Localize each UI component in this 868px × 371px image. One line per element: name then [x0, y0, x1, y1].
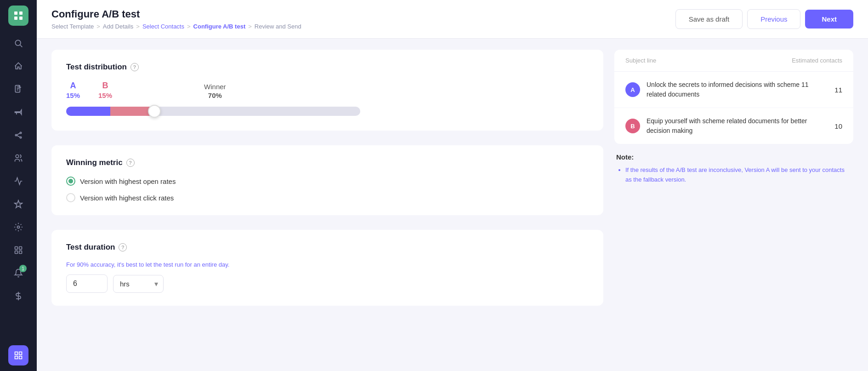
svg-point-4 [15, 40, 21, 46]
right-panel: Subject line Estimated contacts A Unlock… [614, 50, 853, 360]
notification-badge: 1 [19, 265, 27, 272]
duration-unit-select[interactable]: hrs days [113, 275, 164, 293]
col-subject-label: Subject line [625, 57, 656, 64]
subject-badge-a: A [625, 82, 640, 97]
test-duration-card: Test duration ? For 90% accuracy, it's b… [51, 230, 603, 306]
distribution-slider[interactable] [66, 105, 589, 118]
radio-click-rates[interactable] [66, 193, 75, 202]
logo [8, 6, 28, 26]
megaphone-icon[interactable] [8, 102, 28, 122]
winning-metric-help-icon[interactable]: ? [126, 159, 135, 167]
dist-winner-label: Winner [204, 83, 226, 91]
breadcrumb-sep-4: > [248, 23, 252, 30]
test-duration-title: Test duration ? [66, 243, 589, 252]
breadcrumb-configure-ab[interactable]: Configure A/B test [193, 23, 246, 30]
subject-row-a: A Unlock the secrets to informed decisio… [614, 72, 853, 108]
subject-table-header: Subject line Estimated contacts [614, 50, 853, 72]
test-distribution-help-icon[interactable]: ? [130, 63, 139, 71]
header: Configure A/B test Select Template > Add… [37, 0, 868, 39]
svg-line-10 [17, 133, 20, 135]
subject-badge-b: B [625, 119, 640, 133]
radio-inner-checked [68, 179, 73, 183]
svg-rect-1 [19, 11, 23, 15]
notification-icon[interactable]: 1 [8, 263, 28, 283]
svg-rect-3 [19, 17, 23, 20]
test-duration-help-icon[interactable]: ? [119, 243, 127, 251]
chart-icon[interactable] [8, 171, 28, 191]
dist-letter-a: A [70, 81, 76, 91]
breadcrumb-select-contacts[interactable]: Select Contacts [142, 23, 184, 30]
main-content: Configure A/B test Select Template > Add… [37, 0, 868, 371]
distribution-labels: A 15% B 15% Winner 70% [66, 81, 589, 99]
breadcrumb-sep-3: > [187, 23, 191, 30]
note-list: If the results of the A/B test are incon… [616, 166, 851, 185]
dist-group-a: A 15% [66, 81, 80, 99]
svg-point-8 [20, 132, 21, 133]
subject-row-b: B Equip yourself with scheme related doc… [614, 108, 853, 144]
settings-icon[interactable] [8, 217, 28, 237]
svg-rect-0 [14, 11, 17, 15]
previous-button[interactable]: Previous [747, 9, 800, 29]
winning-metric-options: Version with highest open rates Version … [66, 177, 589, 202]
svg-rect-15 [19, 247, 22, 250]
page-title: Configure A/B test [51, 8, 301, 20]
search-icon[interactable] [8, 33, 28, 53]
note-box: Note: If the results of the A/B test are… [614, 153, 853, 185]
breadcrumb: Select Template > Add Details > Select C… [51, 23, 301, 30]
winning-metric-card: Winning metric ? Version with highest op… [51, 145, 603, 215]
svg-point-9 [20, 137, 21, 138]
col-contacts-label: Estimated contacts [792, 57, 842, 64]
subject-text-b: Equip yourself with scheme related docum… [647, 116, 828, 136]
note-item-0: If the results of the A/B test are incon… [625, 166, 851, 185]
svg-point-12 [16, 155, 19, 158]
dist-group-b: B 15% [98, 81, 112, 99]
home-icon[interactable] [8, 56, 28, 76]
duration-hint: For 90% accuracy, it's best to let the t… [66, 261, 589, 268]
duration-number-input[interactable] [66, 274, 108, 293]
slider-track [66, 107, 360, 116]
share-icon[interactable] [8, 125, 28, 145]
svg-rect-17 [19, 251, 22, 254]
subject-count-a: 11 [834, 86, 842, 94]
winning-metric-title: Winning metric ? [66, 158, 589, 167]
test-distribution-card: Test distribution ? A 15% B 15% Winner 7… [51, 50, 603, 131]
breadcrumb-select-template[interactable]: Select Template [51, 23, 94, 30]
header-left: Configure A/B test Select Template > Add… [51, 8, 301, 30]
svg-rect-19 [15, 352, 18, 355]
users-icon[interactable] [8, 148, 28, 168]
option-click-rates[interactable]: Version with highest click rates [66, 193, 589, 202]
subject-count-b: 10 [834, 122, 842, 130]
grid-icon[interactable] [8, 345, 28, 365]
svg-rect-22 [19, 356, 22, 359]
dist-letter-b: B [102, 81, 108, 91]
subject-table: Subject line Estimated contacts A Unlock… [614, 50, 853, 144]
duration-inputs: hrs days ▾ [66, 274, 589, 293]
subject-text-a: Unlock the secrets to informed decisions… [647, 80, 828, 99]
content-area: Test distribution ? A 15% B 15% Winner 7… [37, 39, 868, 371]
dollar-icon[interactable] [8, 286, 28, 306]
option-open-rates[interactable]: Version with highest open rates [66, 177, 589, 186]
header-actions: Save as draft Previous Next [675, 9, 853, 29]
svg-rect-2 [14, 17, 17, 20]
dist-pct-b: 15% [98, 91, 112, 99]
dist-pct-a: 15% [66, 91, 80, 99]
dist-winner-pct: 70% [208, 91, 222, 99]
svg-rect-20 [19, 352, 22, 355]
breadcrumb-review-send[interactable]: Review and Send [255, 23, 301, 30]
document-icon[interactable] [8, 79, 28, 99]
breadcrumb-sep-2: > [136, 23, 140, 30]
radio-open-rates[interactable] [66, 177, 75, 186]
svg-line-5 [20, 45, 23, 47]
breadcrumb-add-details[interactable]: Add Details [103, 23, 133, 30]
save-draft-button[interactable]: Save as draft [675, 9, 743, 29]
sidebar: 1 [0, 0, 37, 371]
svg-point-7 [15, 134, 17, 136]
left-panel: Test distribution ? A 15% B 15% Winner 7… [51, 50, 603, 360]
svg-rect-14 [15, 247, 18, 250]
slider-a-fill [66, 107, 110, 116]
slider-handle[interactable] [148, 105, 161, 118]
next-button[interactable]: Next [805, 10, 853, 29]
sparkle-icon[interactable] [8, 194, 28, 214]
svg-rect-21 [15, 356, 18, 359]
widget-icon[interactable] [8, 240, 28, 260]
